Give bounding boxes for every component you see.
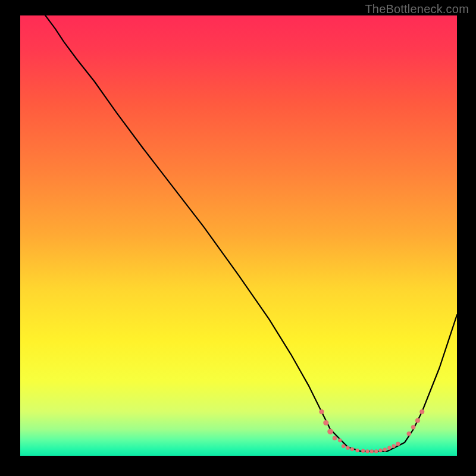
marker-point	[383, 448, 387, 452]
marker-point	[370, 450, 374, 453]
marker-point	[342, 444, 345, 448]
marker-point	[420, 409, 425, 414]
marker-point	[407, 432, 411, 436]
watermark-label: TheBottleneck.com	[365, 2, 469, 16]
marker-point	[374, 450, 378, 453]
marker-point	[320, 409, 324, 414]
marker-point	[324, 420, 328, 425]
chart-svg	[20, 15, 457, 456]
marker-point	[366, 450, 369, 453]
marker-point	[346, 446, 350, 450]
chart-frame: TheBottleneck.com	[0, 0, 476, 476]
marker-point	[328, 429, 333, 434]
marker-point	[350, 447, 354, 451]
plot-area	[20, 15, 457, 456]
marker-point	[411, 425, 415, 429]
marker-point	[392, 444, 396, 448]
marker-point	[361, 449, 365, 453]
marker-point	[387, 446, 391, 450]
marker-point	[338, 439, 342, 442]
marker-point	[356, 449, 359, 452]
marker-point	[333, 436, 337, 440]
gradient-background	[20, 15, 457, 456]
marker-point	[415, 418, 420, 423]
marker-point	[379, 449, 383, 452]
marker-point	[396, 442, 400, 446]
